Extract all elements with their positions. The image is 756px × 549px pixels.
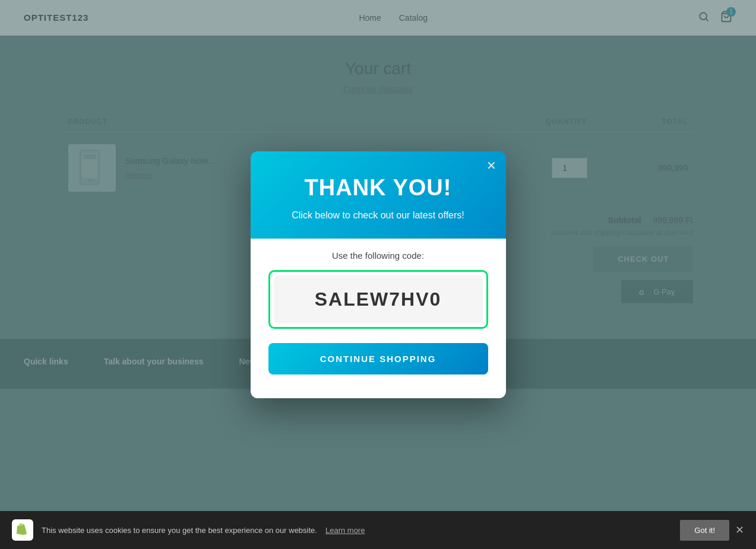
continue-shopping-button[interactable]: CONTINUE SHOPPING [268, 343, 488, 375]
got-it-button[interactable]: Got it! [680, 520, 729, 541]
use-code-text: Use the following code: [268, 239, 488, 261]
modal-close-button[interactable]: ✕ [486, 160, 496, 172]
modal: ✕ THANK YOU! Click below to check out ou… [251, 151, 506, 398]
shopify-logo [12, 519, 33, 541]
cookie-close-button[interactable]: ✕ [735, 523, 744, 537]
modal-title: THANK YOU! [268, 175, 488, 201]
cookie-left: This website uses cookies to ensure you … [12, 519, 365, 541]
modal-bottom: Use the following code: SALEW7HV0 CONTIN… [251, 239, 506, 398]
shopify-icon [16, 523, 29, 537]
promo-code: SALEW7HV0 [274, 275, 483, 323]
modal-overlay: ✕ THANK YOU! Click below to check out ou… [0, 0, 756, 549]
cookie-right: Got it! ✕ [680, 520, 744, 541]
cookie-message: This website uses cookies to ensure you … [42, 526, 317, 535]
code-box-wrap: SALEW7HV0 [268, 270, 488, 329]
cookie-learn-more[interactable]: Learn more [325, 526, 365, 535]
cookie-banner: This website uses cookies to ensure you … [0, 511, 756, 549]
modal-subtitle: Click below to check out our latest offe… [268, 210, 488, 221]
